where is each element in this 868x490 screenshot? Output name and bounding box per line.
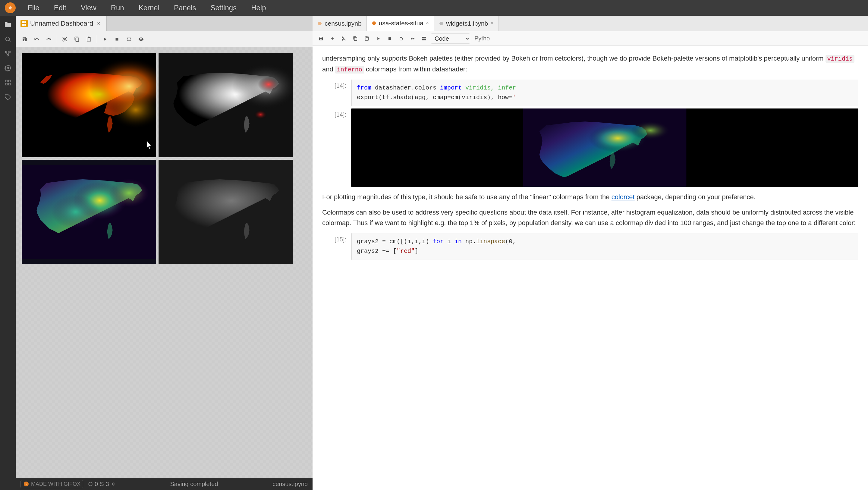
status-right-text: census.ipynb [273, 481, 308, 488]
paste-button[interactable] [84, 34, 94, 44]
svg-point-35 [439, 22, 443, 25]
svg-point-31 [89, 482, 92, 486]
right-stop-button[interactable] [385, 34, 395, 43]
right-tab-usa-label: usa-states-situa [379, 20, 424, 27]
inferno-code: inferno [335, 66, 364, 73]
dashboard-tab[interactable]: Unnamed Dashboard × [16, 16, 107, 31]
sidebar-icon-layers[interactable] [1, 76, 14, 89]
viridis-code: viridis [826, 55, 855, 63]
cut-button[interactable] [59, 34, 70, 44]
kernel-name: Pytho [474, 35, 490, 42]
right-tab-census[interactable]: census.ipynb [313, 16, 367, 31]
left-sidebar [0, 16, 16, 490]
stop-button[interactable] [112, 34, 122, 44]
right-fastforward-button[interactable] [408, 34, 417, 43]
svg-point-34 [372, 21, 376, 25]
right-tab-usa-close[interactable]: × [426, 20, 429, 26]
toolbar [16, 31, 313, 47]
notebook-content[interactable]: undersampling only supports Bokeh palett… [313, 46, 868, 490]
svg-line-7 [8, 53, 10, 55]
svg-text:G: G [25, 483, 27, 486]
svg-rect-18 [116, 38, 119, 40]
svg-point-5 [7, 55, 9, 56]
intro-text-block: undersampling only supports Bokeh palett… [322, 53, 858, 75]
cell-14-input: [14]: from datashader.colors import viri… [322, 80, 858, 106]
svg-rect-27 [22, 165, 156, 259]
redo-button[interactable] [43, 34, 54, 44]
right-tab-widgets-label: widgets1.ipynb [446, 20, 488, 27]
right-tab-usa[interactable]: usa-states-situa × [367, 16, 434, 31]
sidebar-icon-extension[interactable] [1, 90, 14, 104]
svg-rect-17 [24, 24, 26, 26]
menu-edit[interactable]: Edit [52, 2, 69, 13]
gifox-label: MADE WITH GIFOX [31, 481, 81, 487]
cell-type-select[interactable]: Code Markdown Raw [431, 33, 470, 44]
right-run-button[interactable] [373, 34, 383, 43]
intro-text: undersampling only supports Bokeh palett… [322, 55, 826, 62]
cell-14-code[interactable]: from datashader.colors import viridis, i… [351, 80, 858, 106]
svg-rect-12 [8, 83, 10, 85]
left-panel: Unnamed Dashboard × [16, 16, 313, 490]
svg-rect-39 [523, 109, 687, 187]
svg-rect-23 [159, 58, 293, 152]
svg-rect-36 [389, 37, 391, 40]
cell-15-label: [15]: [322, 233, 346, 260]
undo-button[interactable] [31, 34, 42, 44]
menu-help[interactable]: Help [249, 2, 268, 13]
sidebar-icon-settings[interactable] [1, 61, 14, 75]
svg-rect-10 [8, 80, 10, 82]
cell-14-out-label: [14]: [322, 109, 346, 187]
cell-14-label: [14]: [322, 80, 346, 106]
sidebar-icon-git[interactable] [1, 47, 14, 60]
right-tab-widgets[interactable]: widgets1.ipynb × [434, 16, 498, 31]
map-fire[interactable] [22, 53, 156, 157]
right-grid-button[interactable] [419, 34, 429, 43]
dashboard-tab-icon [21, 20, 28, 27]
right-save-button[interactable] [316, 34, 326, 43]
sidebar-icon-search[interactable] [1, 33, 14, 46]
dashboard-content[interactable] [16, 47, 313, 478]
right-cut-button[interactable] [339, 34, 349, 43]
save-button[interactable] [19, 34, 30, 44]
right-copy-button[interactable] [350, 34, 360, 43]
svg-point-1 [6, 37, 10, 41]
svg-point-32 [113, 483, 114, 485]
preview-button[interactable] [135, 34, 147, 44]
map-grid [22, 53, 293, 264]
tab-bar: Unnamed Dashboard × [16, 16, 313, 31]
map-gray[interactable] [158, 53, 293, 157]
menu-run[interactable]: Run [108, 2, 127, 13]
map-viridis[interactable] [22, 160, 156, 264]
svg-rect-11 [5, 83, 7, 85]
svg-rect-15 [24, 21, 26, 23]
cell-15-input: [15]: grays2 = cm([(i,i,i) for i in np.l… [322, 233, 858, 260]
right-tab-bar: census.ipynb usa-states-situa × widgets1… [313, 16, 868, 31]
menu-panels[interactable]: Panels [172, 2, 198, 13]
right-tab-widgets-close[interactable]: × [490, 20, 494, 27]
svg-rect-14 [22, 21, 24, 23]
expand-button[interactable] [124, 34, 134, 44]
sidebar-icon-folder[interactable] [1, 18, 14, 31]
svg-rect-16 [22, 24, 24, 26]
menu-file[interactable]: File [25, 2, 42, 13]
status-bar: G MADE WITH GIFOX 0 S 3 Saving completed… [16, 478, 313, 490]
run-button[interactable] [99, 34, 110, 44]
colorcet-link[interactable]: colorcet [612, 193, 635, 201]
svg-point-8 [7, 67, 9, 69]
right-paste-button[interactable] [362, 34, 372, 43]
menu-kernel[interactable]: Kernel [136, 2, 162, 13]
app-logo [5, 2, 16, 13]
cell-15-code[interactable]: grays2 = cm([(i,i,i) for i in np.linspac… [351, 233, 858, 260]
right-add-button[interactable] [328, 34, 337, 43]
copy-button[interactable] [71, 34, 82, 44]
map-darkgray[interactable] [158, 160, 293, 264]
menu-view[interactable]: View [79, 2, 99, 13]
toolbar-separator-2 [97, 35, 97, 43]
svg-rect-9 [5, 80, 7, 82]
menu-settings[interactable]: Settings [208, 2, 239, 13]
status-s: S [100, 481, 104, 488]
menu-bar: File Edit View Run Kernel Panels Setting… [0, 0, 868, 16]
right-restart-button[interactable] [396, 34, 406, 43]
right-toolbar: Code Markdown Raw Pytho [313, 31, 868, 46]
dashboard-tab-close[interactable]: × [96, 21, 101, 27]
